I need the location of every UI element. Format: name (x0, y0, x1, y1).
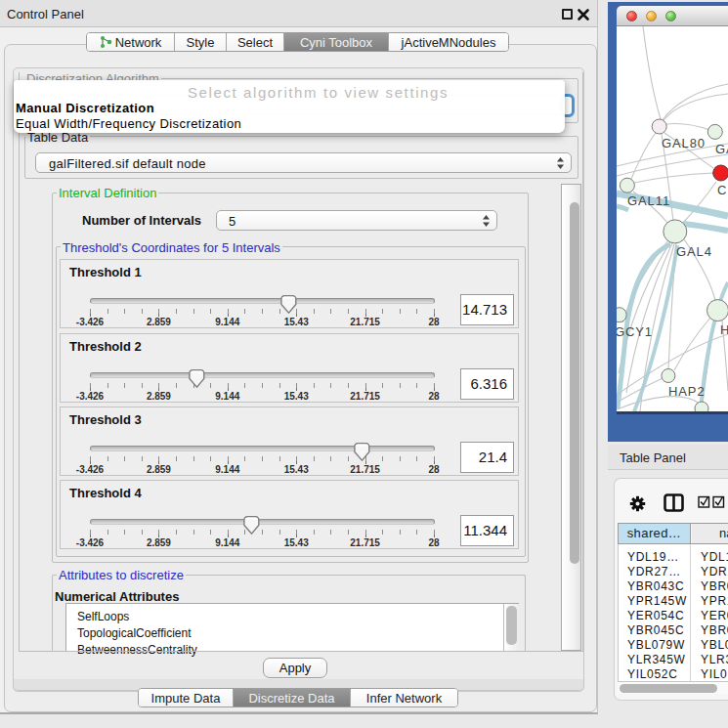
svg-text:GA: GA (715, 142, 728, 156)
svg-text:C: C (717, 183, 727, 197)
svg-text:GCY1: GCY1 (617, 324, 653, 339)
svg-text:GAL4: GAL4 (676, 244, 712, 259)
svg-text:HAP2: HAP2 (668, 384, 706, 399)
svg-text:GAL11: GAL11 (627, 193, 670, 208)
svg-text:H: H (720, 322, 728, 337)
svg-text:GAL80: GAL80 (662, 136, 706, 150)
